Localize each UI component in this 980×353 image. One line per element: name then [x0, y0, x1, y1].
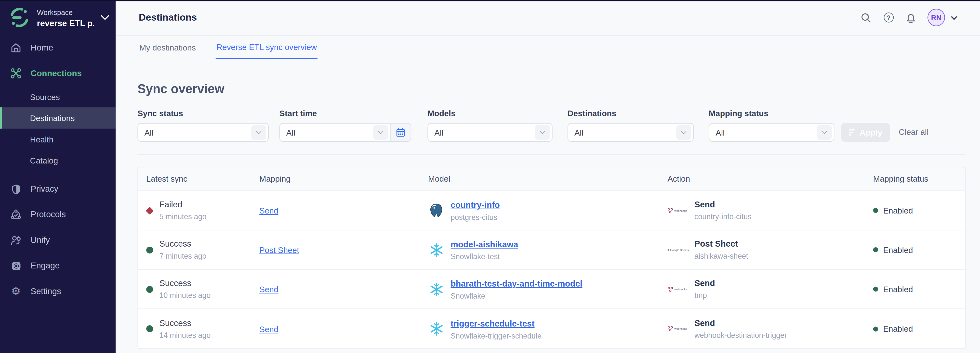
sync-time: 10 minutes ago — [159, 291, 211, 300]
models-select[interactable]: All — [428, 123, 552, 142]
tab-reverse-etl-sync-overview[interactable]: Reverse ETL sync overview — [216, 36, 318, 59]
home-icon — [10, 42, 22, 54]
snowflake-icon — [428, 281, 444, 297]
mapping-status-text: Enabled — [883, 284, 913, 294]
sidebar-item-sources[interactable]: Sources — [0, 86, 116, 108]
mapping-status-text: Enabled — [883, 324, 913, 333]
mapping-link[interactable]: Send — [259, 325, 278, 334]
calendar-icon[interactable] — [390, 123, 410, 141]
model-link[interactable]: trigger-schedule-test — [451, 319, 535, 328]
tab-bar: My destinations Reverse ETL sync overvie… — [138, 36, 317, 59]
chevron-down-icon — [535, 125, 550, 140]
mapping-status-select[interactable]: All — [709, 123, 835, 142]
section-heading: Sync overview — [137, 82, 224, 97]
action-sub: tmp — [694, 291, 715, 300]
model-sub: Snowflake-test — [451, 252, 518, 261]
action-name: Send — [694, 279, 715, 288]
sync-overview-table: Latest sync Mapping Model Action Mapping… — [137, 167, 966, 349]
avatar-chevron-down-icon[interactable] — [951, 13, 957, 20]
model-link[interactable]: model-aishikawa — [451, 240, 518, 249]
chevron-down-icon — [251, 125, 266, 140]
table-row: Success 7 minutes ago Post Sheet — [138, 230, 965, 270]
help-icon[interactable]: ? — [883, 11, 894, 23]
model-link[interactable]: bharath-test-day-and-time-model — [451, 279, 582, 288]
start-time-select[interactable]: All — [280, 123, 411, 142]
action-name: Send — [694, 318, 787, 328]
sidebar-item-label: Unify — [31, 235, 50, 245]
sidebar-item-label: Engage — [31, 261, 60, 271]
table-row: Success 10 minutes ago Send — [138, 270, 965, 309]
sidebar-item-destinations[interactable]: Destinations — [0, 108, 116, 129]
sidebar-item-catalog[interactable]: Catalog — [0, 150, 116, 171]
avatar[interactable]: RN — [928, 9, 945, 26]
action-name: Send — [694, 200, 752, 210]
settings-gear-icon: ⚙ — [10, 285, 22, 297]
sync-status-text: Success — [159, 239, 207, 249]
action-name: Post Sheet — [694, 239, 748, 249]
postgres-icon — [428, 202, 444, 218]
sidebar-item-engage[interactable]: Engage — [0, 253, 116, 279]
sidebar-item-privacy[interactable]: Privacy — [0, 176, 116, 201]
enabled-dot-icon — [873, 208, 878, 213]
sidebar: Workspace reverse ETL p... Home — [0, 0, 116, 353]
workspace-name: reverse ETL p... — [37, 19, 94, 28]
sidebar-item-home[interactable]: Home — [0, 35, 116, 60]
table-row: Failed 5 minutes ago Send country-info p — [138, 191, 965, 230]
workspace-chevron-down-icon[interactable] — [100, 11, 110, 20]
sidebar-item-label: Home — [31, 43, 53, 52]
mapping-link[interactable]: Post Sheet — [259, 245, 299, 255]
protocols-icon — [10, 209, 22, 220]
chevron-down-icon — [676, 125, 691, 140]
sidebar-item-connections[interactable]: Connections — [0, 60, 116, 86]
filter-label-sync-status: Sync status — [137, 109, 269, 119]
model-sub: postgres-citus — [451, 213, 500, 222]
model-sub: Snowflake-trigger-schedule — [451, 331, 541, 340]
sidebar-item-label: Privacy — [31, 184, 59, 193]
workspace-switcher[interactable]: Workspace reverse ETL p... — [0, 0, 116, 34]
destinations-select[interactable]: All — [568, 123, 694, 142]
success-status-icon — [146, 325, 153, 332]
rudderstack-logo-icon — [9, 7, 30, 28]
workspace-label: Workspace — [37, 9, 73, 16]
clear-all-link[interactable]: Clear all — [899, 127, 929, 137]
failed-status-icon — [146, 206, 154, 214]
mapping-link[interactable]: Send — [259, 285, 278, 294]
sidebar-item-label: Catalog — [30, 156, 58, 165]
enabled-dot-icon — [873, 247, 878, 252]
sidebar-item-unify[interactable]: Unify — [0, 227, 116, 253]
sidebar-item-protocols[interactable]: Protocols — [0, 202, 116, 227]
sidebar-item-health[interactable]: Health — [0, 129, 116, 150]
sidebar-item-label: Settings — [31, 287, 61, 296]
sidebar-item-label: Destinations — [30, 113, 75, 123]
connections-icon — [10, 67, 22, 79]
webhooks-icon: webhooks — [667, 326, 689, 332]
page-title: Destinations — [138, 12, 197, 23]
success-status-icon — [146, 286, 153, 293]
sync-time: 5 minutes ago — [159, 212, 207, 221]
app-window: Workspace reverse ETL p... Home — [0, 0, 980, 353]
mapping-link[interactable]: Send — [259, 206, 278, 215]
col-mapping-status: Mapping status — [873, 174, 957, 184]
snowflake-icon — [428, 321, 444, 337]
sync-status-text: Success — [159, 279, 211, 288]
tab-my-destinations[interactable]: My destinations — [138, 36, 196, 59]
filter-label-start-time: Start time — [280, 109, 411, 119]
sidebar-item-settings[interactable]: ⚙ Settings — [0, 279, 116, 304]
sidebar-item-label: Health — [30, 135, 54, 144]
action-sub: country-info-citus — [694, 212, 752, 221]
window-top-edge — [0, 0, 980, 1]
page-header: Destinations ? RN — [116, 0, 980, 36]
privacy-shield-icon — [10, 183, 22, 195]
sidebar-item-label: Protocols — [31, 210, 66, 219]
model-sub: Snowflake — [451, 292, 582, 301]
action-sub: webhook-destination-trigger — [694, 331, 787, 340]
sync-status-select[interactable]: All — [137, 123, 269, 142]
model-link[interactable]: country-info — [451, 201, 500, 210]
search-icon[interactable] — [860, 11, 872, 23]
filter-label-models: Models — [428, 109, 552, 119]
sync-status-text: Success — [159, 318, 211, 328]
apply-button[interactable]: Apply — [842, 123, 890, 142]
sidebar-item-label: Sources — [30, 92, 60, 101]
col-mapping: Mapping — [259, 174, 428, 184]
notifications-bell-icon[interactable] — [905, 11, 917, 23]
